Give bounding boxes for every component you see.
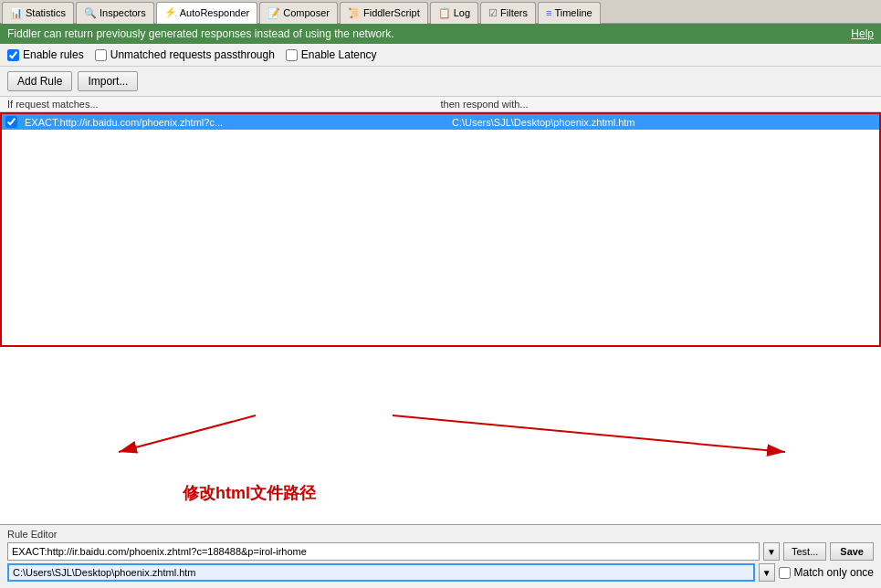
match-row: ▼ Test... Save [7,542,874,561]
tab-autoresponder[interactable]: ⚡ AutoResponder [156,2,257,24]
col-respond-header: then respond with... [441,99,875,110]
filters-icon: ☑ [488,7,498,19]
tab-log[interactable]: 📋 Log [430,2,478,24]
rule-checkbox[interactable] [5,116,17,128]
save-button[interactable]: Save [830,542,874,561]
statistics-icon: 📊 [10,7,23,19]
respond-row: ▼ Match only once [7,563,874,582]
latency-checkbox[interactable] [286,49,298,61]
match-input[interactable] [7,542,760,561]
tab-filters[interactable]: ☑ Filters [480,2,536,24]
autoresponder-icon: ⚡ [164,6,177,18]
rule-editor: Rule Editor ▼ Test... Save ▼ Match only … [0,524,881,588]
add-rule-button[interactable]: Add Rule [7,71,72,91]
latency-label[interactable]: Enable Latency [286,48,377,61]
tab-statistics[interactable]: 📊 Statistics [2,2,74,24]
table-header: If request matches... then respond with.… [0,97,881,112]
match-dropdown-button[interactable]: ▼ [763,542,780,561]
inspectors-icon: 🔍 [84,7,97,19]
buttons-bar: Add Rule Import... [0,67,881,97]
svg-line-1 [119,415,256,452]
match-once-label[interactable]: Match only once [779,566,874,579]
enable-rules-checkbox[interactable] [7,49,19,61]
app-window: 📊 Statistics 🔍 Inspectors ⚡ AutoResponde… [0,0,881,588]
rule-editor-title: Rule Editor [7,529,874,540]
annotation-text: 修改html文件路径 [183,482,316,504]
match-once-checkbox[interactable] [779,567,791,579]
controls-bar: Enable rules Unmatched requests passthro… [0,44,881,67]
unmatched-checkbox[interactable] [95,49,107,61]
info-message: Fiddler can return previously generated … [7,27,394,40]
rules-container: EXACT:http://ir.baidu.com/phoenix.zhtml?… [0,112,881,347]
info-bar: Fiddler can return previously generated … [0,24,881,44]
respond-input[interactable] [7,563,755,582]
rule-match-cell: EXACT:http://ir.baidu.com/phoenix.zhtml?… [21,117,448,128]
tab-timeline[interactable]: ≡ Timeline [538,2,601,24]
fiddlerscript-icon: 📜 [348,7,361,19]
tab-fiddlerscript[interactable]: 📜 FiddlerScript [340,2,428,24]
timeline-icon: ≡ [546,7,551,18]
svg-line-2 [393,415,785,452]
respond-dropdown-button[interactable]: ▼ [759,563,775,582]
tab-inspectors[interactable]: 🔍 Inspectors [76,2,154,24]
rule-row[interactable]: EXACT:http://ir.baidu.com/phoenix.zhtml?… [2,114,879,130]
unmatched-label[interactable]: Unmatched requests passthrough [95,48,275,61]
import-button[interactable]: Import... [78,71,138,91]
enable-rules-label[interactable]: Enable rules [7,48,84,61]
rule-respond-cell: C:\Users\SJL\Desktop\phoenix.zhtml.htm [448,117,876,128]
composer-icon: 📝 [267,7,280,19]
log-icon: 📋 [438,7,451,19]
help-link[interactable]: Help [851,27,874,40]
tab-bar: 📊 Statistics 🔍 Inspectors ⚡ AutoResponde… [0,0,881,24]
tab-composer[interactable]: 📝 Composer [259,2,338,24]
test-button[interactable]: Test... [783,542,826,561]
col-match-header: If request matches... [7,99,441,110]
